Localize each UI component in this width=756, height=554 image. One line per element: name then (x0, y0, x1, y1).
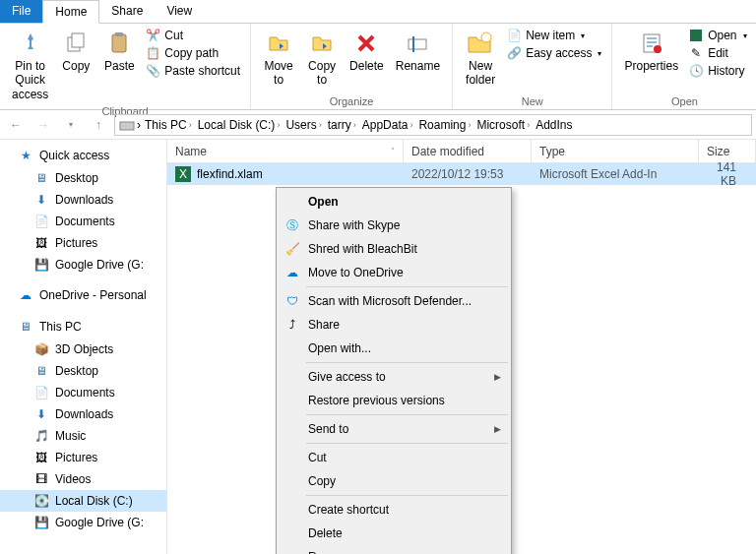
tab-share[interactable]: Share (99, 0, 155, 23)
crumb-this-pc[interactable]: This PC› (143, 118, 194, 132)
nav-pictures[interactable]: 🖼Pictures (0, 232, 166, 254)
svg-point-8 (654, 45, 662, 53)
rename-button[interactable]: Rename (390, 26, 446, 75)
ctx-open-with[interactable]: Open with... (279, 337, 509, 360)
properties-icon (636, 28, 667, 59)
recent-button[interactable]: ▾ (59, 113, 83, 137)
crumb-local-disk[interactable]: Local Disk (C:)› (196, 118, 283, 132)
delete-button[interactable]: Delete (344, 26, 390, 75)
back-button[interactable]: ← (4, 113, 28, 137)
ctx-share-skype[interactable]: ⓈShare with Skype (279, 214, 509, 237)
tab-file[interactable]: File (0, 0, 42, 23)
nav-documents[interactable]: 📄Documents (0, 211, 166, 232)
address-bar: ← → ▾ ↑ › This PC› Local Disk (C:)› User… (0, 110, 756, 140)
cut-button[interactable]: ✂️Cut (145, 28, 240, 43)
breadcrumb[interactable]: › This PC› Local Disk (C:)› Users› tarry… (114, 114, 752, 136)
pictures-icon: 🖼 (33, 235, 49, 251)
ctx-create-shortcut[interactable]: Create shortcut (279, 498, 509, 522)
edit-button[interactable]: ✎Edit (688, 45, 746, 61)
separator (306, 286, 508, 287)
documents-icon: 📄 (33, 385, 49, 400)
nav-pc-pictures[interactable]: 🖼Pictures (0, 447, 166, 468)
ctx-delete[interactable]: Delete (279, 522, 509, 545)
rename-icon (402, 28, 433, 59)
forward-button[interactable]: → (32, 113, 55, 137)
new-item-icon: 📄 (506, 28, 522, 43)
ctx-open[interactable]: Open (279, 190, 509, 214)
desktop-icon: 🖥 (33, 170, 49, 186)
crumb-microsoft[interactable]: Microsoft› (474, 118, 532, 132)
nav-pc-documents[interactable]: 📄Documents (0, 382, 166, 403)
nav-quick-access[interactable]: ★Quick access (0, 144, 166, 167)
nav-google-drive[interactable]: 💾Google Drive (G: (0, 254, 166, 276)
col-type[interactable]: Type (532, 140, 699, 162)
col-size[interactable]: Size (699, 140, 756, 162)
copy-button[interactable]: Copy (54, 26, 97, 75)
new-folder-icon (465, 28, 496, 59)
new-folder-button[interactable]: New folder (459, 26, 502, 90)
ctx-restore[interactable]: Restore previous versions (279, 389, 509, 412)
file-row-flexfind[interactable]: Xflexfind.xlam 2022/10/12 19:53 Microsof… (167, 163, 756, 185)
ctx-rename[interactable]: Rename (279, 545, 509, 554)
new-item-button[interactable]: 📄New item▾ (506, 28, 601, 43)
easy-access-icon: 🔗 (506, 45, 522, 61)
tab-view[interactable]: View (155, 0, 204, 23)
ctx-give-access[interactable]: Give access to▶ (279, 365, 509, 389)
nav-google-drive-g[interactable]: 💾Google Drive (G: (0, 512, 166, 533)
crumb-tarry[interactable]: tarry› (326, 118, 358, 132)
paste-button[interactable]: Paste (97, 26, 141, 75)
shortcut-icon: 📎 (145, 63, 160, 79)
ctx-onedrive[interactable]: ☁Move to OneDrive (279, 261, 509, 284)
ctx-copy[interactable]: Copy (279, 469, 509, 493)
copy-to-button[interactable]: Copy to (300, 26, 344, 90)
easy-access-button[interactable]: 🔗Easy access▾ (506, 45, 601, 61)
paste-shortcut-button[interactable]: 📎Paste shortcut (145, 63, 240, 79)
col-name[interactable]: Name˄ (167, 140, 404, 162)
crumb-users[interactable]: Users› (284, 118, 323, 132)
pc-icon: 🖥 (18, 319, 33, 335)
nav-3d-objects[interactable]: 📦3D Objects (0, 339, 166, 360)
ctx-shred[interactable]: 🧹Shred with BleachBit (279, 237, 509, 261)
downloads-icon: ⬇ (33, 192, 49, 208)
pictures-icon: 🖼 (33, 450, 49, 465)
svg-rect-4 (409, 39, 426, 49)
ctx-cut[interactable]: Cut (279, 446, 509, 469)
navigation-pane: ★Quick access 🖥Desktop ⬇Downloads 📄Docum… (0, 140, 167, 554)
disk-icon: 💽 (33, 493, 49, 509)
crumb-addins[interactable]: AddIns (534, 118, 574, 132)
col-date[interactable]: Date modified (404, 140, 532, 162)
nav-pc-downloads[interactable]: ⬇Downloads (0, 403, 166, 425)
crumb-roaming[interactable]: Roaming› (416, 118, 472, 132)
history-button[interactable]: 🕓History (688, 63, 746, 79)
ctx-defender[interactable]: 🛡Scan with Microsoft Defender... (279, 289, 509, 313)
crumb-appdata[interactable]: AppData› (360, 118, 415, 132)
up-button[interactable]: ↑ (87, 113, 110, 137)
tab-home[interactable]: Home (42, 0, 99, 24)
nav-this-pc[interactable]: 🖥This PC (0, 315, 166, 339)
move-to-button[interactable]: Move to (257, 26, 300, 90)
copy-path-button[interactable]: 📋Copy path (145, 45, 240, 61)
move-to-icon (263, 28, 294, 59)
nav-local-disk[interactable]: 💽Local Disk (C:) (0, 490, 166, 512)
open-icon (688, 28, 704, 43)
nav-onedrive[interactable]: ☁OneDrive - Personal (0, 283, 166, 307)
nav-downloads[interactable]: ⬇Downloads (0, 189, 166, 211)
nav-pc-desktop[interactable]: 🖥Desktop (0, 360, 166, 382)
chevron-right-icon: ▶ (494, 424, 501, 434)
separator (306, 443, 508, 444)
properties-button[interactable]: Properties (618, 26, 684, 75)
paste-icon (103, 28, 135, 59)
menu-tabs: File Home Share View (0, 0, 756, 24)
nav-desktop[interactable]: 🖥Desktop (0, 167, 166, 189)
ctx-send-to[interactable]: Send to▶ (279, 417, 509, 441)
ctx-share[interactable]: ⤴Share (279, 313, 509, 337)
pin-quick-access-button[interactable]: Pin to Quick access (6, 26, 54, 103)
nav-pc-videos[interactable]: 🎞Videos (0, 468, 166, 490)
share-icon: ⤴ (284, 317, 300, 333)
open-button-ribbon[interactable]: Open▾ (688, 28, 746, 43)
nav-pc-music[interactable]: 🎵Music (0, 425, 166, 447)
documents-icon: 📄 (33, 214, 49, 229)
ribbon: Pin to Quick access Copy Paste ✂️Cut 📋Co… (0, 24, 756, 110)
svg-rect-2 (112, 34, 126, 52)
history-icon: 🕓 (688, 63, 704, 79)
